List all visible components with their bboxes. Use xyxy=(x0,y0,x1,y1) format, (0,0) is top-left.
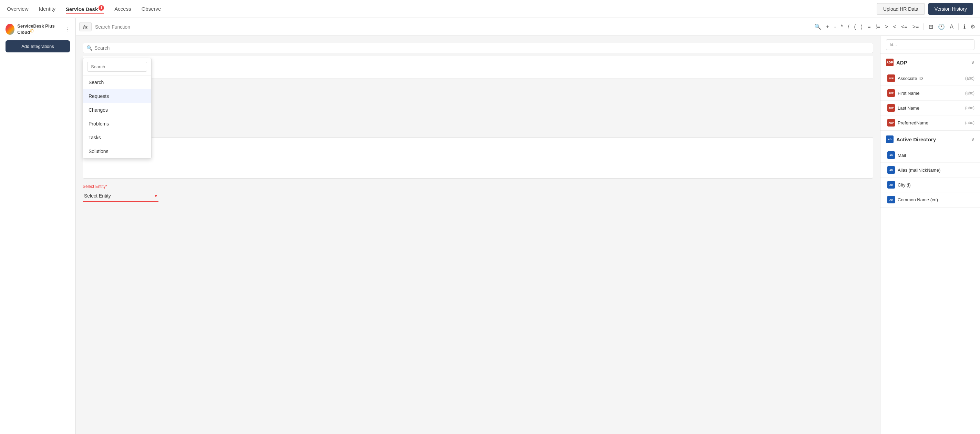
select-entity-area: Select Entity* Select Entity ▾ xyxy=(83,184,873,202)
search-bar: 🔍 xyxy=(83,43,873,53)
adp-field-2[interactable]: ADP Last Name (abc) xyxy=(880,101,980,115)
dropdown-item-3[interactable]: Problems xyxy=(83,117,151,131)
settings-icon[interactable]: ⚙ xyxy=(969,23,977,31)
paren-close-operator[interactable]: ) xyxy=(859,23,864,31)
adp-field-3-type: (abc) xyxy=(965,120,975,125)
adp-field-2-icon: ADP xyxy=(887,104,895,112)
adp-fields: ADP Associate ID (abc) ADP First Name (a… xyxy=(880,71,980,130)
ad-chevron-icon: ∨ xyxy=(971,137,975,142)
less-operator[interactable]: < xyxy=(892,23,898,31)
adp-field-1-type: (abc) xyxy=(965,91,975,96)
font-icon[interactable]: A xyxy=(948,23,955,31)
adp-icon: ADP xyxy=(886,59,894,66)
paren-open-operator[interactable]: ( xyxy=(853,23,857,31)
select-entity-dropdown[interactable]: Select Entity ▾ xyxy=(83,190,159,202)
top-nav: Overview Identity Service Desk1 Access O… xyxy=(0,0,980,18)
app-info-icon: ⓘ xyxy=(30,29,33,33)
app-name: ServiceDesk Plus Cloudⓘ xyxy=(17,24,62,35)
nav-access[interactable]: Access xyxy=(115,5,131,13)
adp-field-0-type: (abc) xyxy=(965,76,975,81)
dropdown-search-input[interactable] xyxy=(87,62,147,72)
adp-section-header-left: ADP ADP xyxy=(886,59,907,66)
ad-icon: AD xyxy=(886,136,894,143)
ad-field-2-icon: AD xyxy=(887,181,895,188)
greater-operator[interactable]: > xyxy=(883,23,889,31)
nav-overview[interactable]: Overview xyxy=(7,5,29,13)
search-function-area: 🔍 New Hire/Rehire Onboard New Hire/Rehir… xyxy=(83,43,873,78)
ad-field-1-name: Alias (mailNickName) xyxy=(898,168,975,173)
checkbox-item-1[interactable]: New Hire/Rehire Preboard xyxy=(83,67,873,78)
sidebar: ServiceDesk Plus Cloudⓘ ⋮ Add Integratio… xyxy=(0,18,76,434)
nav-identity[interactable]: Identity xyxy=(39,5,56,13)
right-panel-search-input[interactable] xyxy=(886,39,975,50)
select-entity-label: Select Entity* xyxy=(83,184,873,189)
grid-icon[interactable]: ⊞ xyxy=(927,23,934,31)
ad-section-header[interactable]: AD Active Directory ∨ xyxy=(880,131,980,148)
fx-label: fx xyxy=(79,22,92,31)
nav-items: Overview Identity Service Desk1 Access O… xyxy=(7,4,161,14)
ad-fields: AD Mail AD Alias (mailNickName) AD City … xyxy=(880,148,980,207)
adp-chevron-icon: ∨ xyxy=(971,60,975,65)
search-icon[interactable]: 🔍 xyxy=(813,23,822,31)
ad-section-header-left: AD Active Directory xyxy=(886,136,936,143)
adp-field-1-icon: ADP xyxy=(887,89,895,97)
adp-field-0[interactable]: ADP Associate ID (abc) xyxy=(880,71,980,86)
dropdown-item-5[interactable]: Solutions xyxy=(83,144,151,158)
dropdown-item-0[interactable]: Search xyxy=(83,75,151,89)
dropdown-item-2[interactable]: Changes xyxy=(83,103,151,117)
ad-field-3-name: Common Name (cn) xyxy=(898,197,975,203)
adp-field-0-icon: ADP xyxy=(887,75,895,82)
right-panel-search xyxy=(880,36,980,54)
equals-operator[interactable]: = xyxy=(866,23,872,31)
content-split: 🔍 New Hire/Rehire Onboard New Hire/Rehir… xyxy=(76,36,980,434)
dropdown-menu: Search Requests Changes Problems Tasks S… xyxy=(83,58,151,159)
multiply-operator[interactable]: * xyxy=(840,23,844,31)
info-icon[interactable]: ℹ xyxy=(962,23,967,31)
adp-field-0-name: Associate ID xyxy=(898,76,963,81)
clock-icon[interactable]: 🕐 xyxy=(937,23,946,31)
ad-field-0[interactable]: AD Mail xyxy=(880,148,980,163)
plus-operator[interactable]: + xyxy=(825,23,830,31)
app-logo xyxy=(5,24,14,35)
dropdown-item-1[interactable]: Requests xyxy=(83,89,151,103)
adp-field-1-name: First Name xyxy=(898,91,963,96)
adp-field-3[interactable]: ADP PreferredName (abc) xyxy=(880,115,980,130)
ad-field-3[interactable]: AD Common Name (cn) xyxy=(880,192,980,207)
formula-bar: fx 🔍 + - * / ( ) = != > < <= >= ⊞ 🕐 A ℹ … xyxy=(76,18,980,36)
select-entity-arrow-icon: ▾ xyxy=(155,193,157,199)
not-equals-operator[interactable]: != xyxy=(874,23,881,31)
search-function-input[interactable] xyxy=(94,23,811,31)
sidebar-more-icon[interactable]: ⋮ xyxy=(65,27,70,32)
search-bar-input[interactable] xyxy=(94,45,869,51)
gte-operator[interactable]: >= xyxy=(911,23,920,31)
formula-divider-2 xyxy=(958,24,959,30)
upload-hr-data-button[interactable]: Upload HR Data xyxy=(877,3,925,15)
ad-section-title: Active Directory xyxy=(896,137,936,142)
dropdown-item-4[interactable]: Tasks xyxy=(83,131,151,144)
version-history-button[interactable]: Version History xyxy=(928,3,973,15)
nav-actions: Upload HR Data Version History xyxy=(877,3,973,15)
minus-operator[interactable]: - xyxy=(832,23,837,31)
adp-section-title: ADP xyxy=(896,60,907,65)
adp-section: ADP ADP ∨ ADP Associate ID (abc) ADP xyxy=(880,54,980,131)
ad-field-2[interactable]: AD City (l) xyxy=(880,177,980,192)
ad-field-1[interactable]: AD Alias (mailNickName) xyxy=(880,163,980,177)
adp-field-1[interactable]: ADP First Name (abc) xyxy=(880,86,980,101)
lte-operator[interactable]: <= xyxy=(900,23,909,31)
ad-section: AD Active Directory ∨ AD Mail AD Alias (… xyxy=(880,131,980,207)
ad-field-0-name: Mail xyxy=(898,153,975,158)
adp-field-3-name: PreferredName xyxy=(898,120,963,126)
checkbox-item-0[interactable]: New Hire/Rehire Onboard xyxy=(83,56,873,67)
adp-section-header[interactable]: ADP ADP ∨ xyxy=(880,54,980,71)
nav-service-desk[interactable]: Service Desk1 xyxy=(66,4,104,14)
divide-operator[interactable]: / xyxy=(846,23,851,31)
main-layout: ServiceDesk Plus Cloudⓘ ⋮ Add Integratio… xyxy=(0,18,980,434)
center-panel: 🔍 New Hire/Rehire Onboard New Hire/Rehir… xyxy=(76,36,880,434)
nav-observe[interactable]: Observe xyxy=(142,5,161,13)
ad-field-0-icon: AD xyxy=(887,152,895,159)
ad-field-1-icon: AD xyxy=(887,166,895,174)
add-integrations-button[interactable]: Add Integrations xyxy=(5,40,70,53)
right-panel: ADP ADP ∨ ADP Associate ID (abc) ADP xyxy=(880,36,980,434)
content-area: fx 🔍 + - * / ( ) = != > < <= >= ⊞ 🕐 A ℹ … xyxy=(76,18,980,434)
expression-text-area[interactable] xyxy=(83,137,873,179)
